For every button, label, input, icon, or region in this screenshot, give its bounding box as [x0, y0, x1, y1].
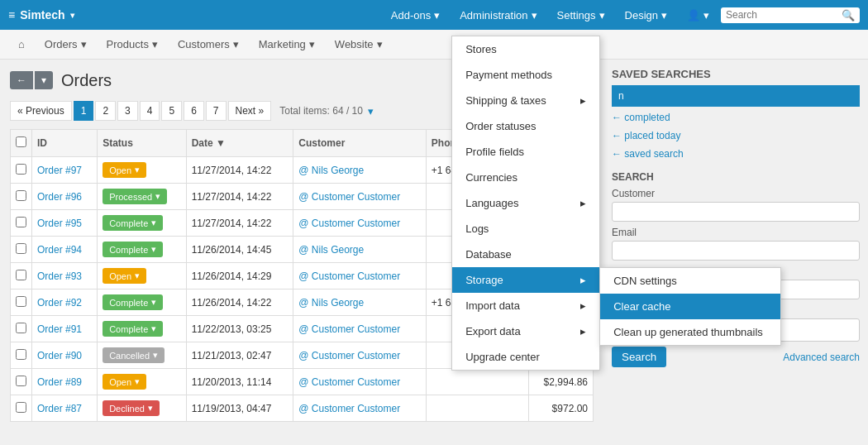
row-checkbox[interactable]: [16, 190, 26, 201]
customer-link[interactable]: @ Customer Customer: [298, 191, 400, 203]
select-all-checkbox[interactable]: [16, 136, 26, 147]
nav-customers[interactable]: Customers ▾: [168, 31, 249, 57]
advanced-search-link[interactable]: Advanced search: [783, 352, 860, 363]
search-input[interactable]: [726, 9, 842, 21]
row-checkbox[interactable]: [16, 270, 26, 280]
status-badge[interactable]: Complete ▾: [103, 242, 163, 257]
status-badge[interactable]: Cancelled ▾: [103, 347, 165, 363]
brand[interactable]: ≡ Simtech ▾: [8, 8, 74, 22]
status-badge[interactable]: Complete ▾: [103, 294, 163, 310]
row-checkbox[interactable]: [16, 323, 26, 333]
search-button[interactable]: Search: [612, 347, 666, 367]
menu-item-export-data[interactable]: Export data ▸: [452, 318, 599, 344]
status-badge[interactable]: Open ▾: [103, 162, 146, 178]
menu-item-storage[interactable]: Storage ▸ CDN settings Clear cache Clean…: [452, 267, 599, 293]
nav-orders[interactable]: Orders ▾: [35, 31, 97, 57]
page-1-button[interactable]: 1: [74, 101, 94, 121]
row-checkbox[interactable]: [16, 243, 26, 254]
menu-item-upgrade-center[interactable]: Upgrade center: [452, 344, 599, 370]
menu-item-order-statuses[interactable]: Order statuses: [452, 113, 599, 139]
status-caret-icon: ▾: [151, 244, 156, 255]
design-menu[interactable]: Design ▾: [617, 6, 675, 25]
order-id-cell: Order #97: [32, 157, 98, 184]
customer-link[interactable]: @ Nils George: [298, 297, 364, 309]
order-id-link[interactable]: Order #96: [37, 191, 82, 203]
status-badge[interactable]: Processed ▾: [103, 189, 167, 204]
customer-link[interactable]: @ Customer Customer: [298, 323, 400, 335]
order-id-link[interactable]: Order #93: [37, 270, 82, 282]
row-checkbox[interactable]: [16, 402, 26, 413]
per-page-dropdown[interactable]: ▾: [368, 105, 374, 117]
order-id-link[interactable]: Order #91: [37, 323, 82, 335]
order-id-link[interactable]: Order #89: [37, 376, 82, 388]
down-arrow-button[interactable]: ▾: [35, 71, 53, 89]
page-3-button[interactable]: 3: [117, 101, 138, 121]
menu-item-stores[interactable]: Stores: [452, 36, 599, 62]
nav-marketing[interactable]: Marketing ▾: [249, 31, 325, 57]
menu-item-clear-cache[interactable]: Clear cache: [600, 294, 780, 319]
next-page-button[interactable]: Next »: [228, 101, 272, 121]
menu-item-cdn-settings[interactable]: CDN settings: [600, 268, 780, 294]
completed-search[interactable]: ← completed: [612, 108, 860, 127]
menu-item-clean-thumbnails[interactable]: Clean up generated thumbnails: [600, 319, 780, 345]
home-icon: ⌂: [18, 38, 25, 50]
row-checkbox[interactable]: [16, 217, 26, 227]
date-column-header[interactable]: Date ▼: [186, 130, 293, 157]
customer-link[interactable]: @ Customer Customer: [298, 376, 400, 388]
customer-link[interactable]: @ Customer Customer: [298, 218, 400, 229]
prev-page-button[interactable]: « Previous: [10, 101, 72, 121]
page-7-button[interactable]: 7: [206, 101, 227, 121]
order-id-link[interactable]: Order #95: [37, 218, 82, 229]
customer-link[interactable]: @ Customer Customer: [298, 403, 400, 414]
row-checkbox-cell: [11, 289, 32, 316]
status-badge[interactable]: Declined ▾: [103, 400, 160, 416]
nav-website[interactable]: Website ▾: [325, 31, 393, 57]
menu-item-payment-methods[interactable]: Payment methods: [452, 62, 599, 88]
customer-link[interactable]: @ Nils George: [298, 165, 364, 176]
addons-menu[interactable]: Add-ons ▾: [383, 6, 448, 25]
menu-item-currencies[interactable]: Currencies: [452, 165, 599, 190]
administration-menu[interactable]: Administration ▾: [451, 6, 545, 25]
page-5-button[interactable]: 5: [161, 101, 182, 121]
row-checkbox-cell: [11, 210, 32, 237]
total-cell: $972.00: [528, 395, 593, 422]
menu-item-shipping-taxes[interactable]: Shipping & taxes ▸: [452, 88, 599, 113]
row-checkbox[interactable]: [16, 296, 26, 307]
page-6-button[interactable]: 6: [184, 101, 204, 121]
nav-home[interactable]: ⌂: [8, 31, 35, 57]
status-badge[interactable]: Complete ▾: [103, 215, 163, 231]
status-badge[interactable]: Open ▾: [103, 374, 146, 390]
customer-search-input[interactable]: [612, 202, 860, 222]
menu-item-database[interactable]: Database: [452, 242, 599, 267]
customer-link[interactable]: @ Nils George: [298, 244, 364, 256]
languages-caret: ▸: [580, 197, 586, 209]
back-arrow-button[interactable]: ←: [10, 71, 33, 89]
order-id-link[interactable]: Order #97: [37, 165, 82, 176]
page-2-button[interactable]: 2: [95, 101, 116, 121]
saved-search-link[interactable]: ← saved search: [612, 145, 860, 163]
order-id-link[interactable]: Order #94: [37, 244, 82, 256]
placed-today-search[interactable]: ← placed today: [612, 127, 860, 145]
menu-item-profile-fields[interactable]: Profile fields: [452, 139, 599, 165]
menu-item-logs[interactable]: Logs: [452, 216, 599, 242]
customer-cell: @ Customer Customer: [293, 263, 427, 289]
menu-item-import-data[interactable]: Import data ▸: [452, 293, 599, 318]
row-checkbox[interactable]: [16, 164, 26, 175]
user-menu[interactable]: 👤 ▾: [679, 6, 718, 25]
order-id-link[interactable]: Order #87: [37, 403, 82, 414]
status-badge[interactable]: Open ▾: [103, 268, 146, 284]
page-4-button[interactable]: 4: [140, 101, 160, 121]
row-checkbox[interactable]: [16, 376, 26, 386]
nav-products[interactable]: Products ▾: [97, 31, 168, 57]
order-id-link[interactable]: Order #92: [37, 297, 82, 309]
menu-item-languages[interactable]: Languages ▸: [452, 190, 599, 216]
order-id-link[interactable]: Order #90: [37, 350, 82, 361]
email-search-input[interactable]: [612, 241, 860, 261]
status-caret-icon: ▾: [135, 165, 140, 175]
customer-link[interactable]: @ Customer Customer: [298, 350, 400, 361]
saved-search-n[interactable]: n: [612, 85, 860, 107]
row-checkbox[interactable]: [16, 349, 26, 360]
settings-menu[interactable]: Settings ▾: [549, 6, 613, 25]
status-badge[interactable]: Complete ▾: [103, 321, 163, 337]
customer-link[interactable]: @ Customer Customer: [298, 270, 400, 282]
